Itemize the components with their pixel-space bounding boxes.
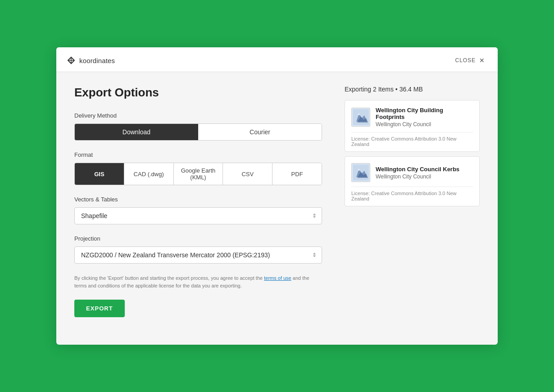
- item-2-org: Wellington City Council: [376, 173, 459, 180]
- vectors-select-wrapper: Shapefile GeoJSON KML MapInfo TAB: [74, 207, 322, 224]
- item-2-info: Wellington City Council Kerbs Wellington…: [376, 166, 459, 180]
- right-panel: Exporting 2 Items • 36.4 MB: [345, 86, 480, 331]
- item-card-1: Wellington City Building Footprints Well…: [345, 100, 480, 152]
- item-1-org: Wellington City Council: [376, 121, 473, 128]
- exporting-header: Exporting 2 Items • 36.4 MB: [345, 86, 480, 93]
- terms-of-use-link[interactable]: terms of use: [264, 275, 291, 281]
- vectors-label: Vectors & Tables: [74, 196, 322, 203]
- export-modal: koordinates CLOSE ✕ Export Options Deliv…: [56, 47, 498, 345]
- modal-body: Export Options Delivery Method Download …: [56, 72, 498, 345]
- format-csv[interactable]: CSV: [223, 163, 272, 185]
- item-1-info: Wellington City Building Footprints Well…: [376, 107, 473, 128]
- close-icon: ✕: [479, 57, 485, 64]
- disclaimer-text: By clicking the 'Export' button and star…: [74, 274, 322, 290]
- item-card-2: Wellington City Council Kerbs Wellington…: [345, 156, 480, 206]
- close-button[interactable]: CLOSE ✕: [455, 57, 485, 64]
- download-button[interactable]: Download: [75, 124, 198, 140]
- item-1-title: Wellington City Building Footprints: [376, 107, 473, 120]
- svg-point-6: [358, 114, 360, 115]
- projection-section: Projection NZGD2000 / New Zealand Transv…: [74, 235, 322, 264]
- delivery-section: Delivery Method Download Courier: [74, 112, 322, 141]
- modal-header: koordinates CLOSE ✕: [56, 47, 498, 72]
- courier-button[interactable]: Courier: [198, 124, 322, 140]
- format-kml[interactable]: Google Earth (KML): [174, 163, 223, 185]
- vectors-section: Vectors & Tables Shapefile GeoJSON KML M…: [74, 196, 322, 224]
- format-pdf[interactable]: PDF: [272, 163, 322, 185]
- item-2-title: Wellington City Council Kerbs: [376, 166, 459, 173]
- logo-text: koordinates: [79, 57, 115, 64]
- logo-icon: [66, 55, 76, 65]
- left-panel: Export Options Delivery Method Download …: [74, 86, 322, 331]
- map-thumb-1-icon: [353, 109, 369, 125]
- map-thumb-2-icon: [353, 164, 369, 181]
- delivery-label: Delivery Method: [74, 112, 322, 119]
- export-button[interactable]: EXPORT: [74, 300, 125, 317]
- svg-point-10: [358, 169, 360, 171]
- format-gis[interactable]: GIS: [75, 163, 124, 185]
- exporting-size: 36.4 MB: [400, 86, 423, 93]
- format-label: Format: [74, 151, 322, 158]
- item-2-license: License: Creative Commons Attribution 3.…: [351, 187, 473, 201]
- item-card-1-header: Wellington City Building Footprints Well…: [351, 107, 473, 128]
- item-1-license: License: Creative Commons Attribution 3.…: [351, 132, 473, 147]
- format-buttons: GIS CAD (.dwg) Google Earth (KML) CSV PD…: [74, 163, 322, 185]
- disclaimer-pre: By clicking the 'Export' button and star…: [74, 275, 264, 281]
- projection-label: Projection: [74, 235, 322, 242]
- exporting-dot: •: [395, 86, 398, 93]
- delivery-toggle: Download Courier: [74, 123, 322, 141]
- projection-select[interactable]: NZGD2000 / New Zealand Transverse Mercat…: [74, 246, 322, 264]
- vectors-select[interactable]: Shapefile GeoJSON KML MapInfo TAB: [74, 207, 322, 224]
- format-section: Format GIS CAD (.dwg) Google Earth (KML)…: [74, 151, 322, 185]
- exporting-items-count: Exporting 2 Items: [345, 86, 394, 93]
- close-label: CLOSE: [455, 57, 476, 64]
- item-card-2-header: Wellington City Council Kerbs Wellington…: [351, 163, 473, 182]
- page-title: Export Options: [74, 86, 322, 100]
- item-thumb-2: [351, 163, 370, 182]
- projection-select-wrapper: NZGD2000 / New Zealand Transverse Mercat…: [74, 246, 322, 264]
- item-thumb-1: [351, 108, 370, 127]
- logo-area: koordinates: [66, 55, 115, 65]
- format-cad[interactable]: CAD (.dwg): [124, 163, 174, 185]
